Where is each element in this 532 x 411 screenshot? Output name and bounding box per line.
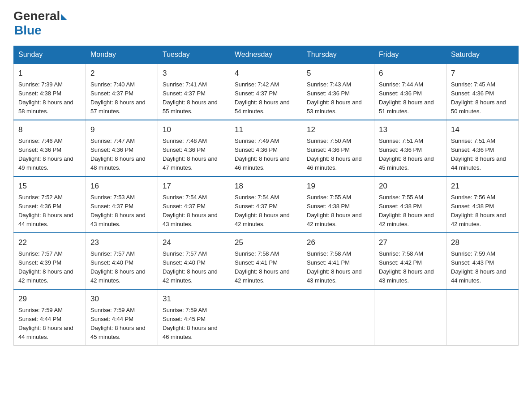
day-info: Sunrise: 7:54 AMSunset: 4:37 PMDaylight:… (235, 194, 290, 227)
day-number: 23 (90, 237, 153, 248)
calendar-body: 1Sunrise: 7:39 AMSunset: 4:38 PMDaylight… (14, 64, 519, 346)
calendar-cell: 29Sunrise: 7:59 AMSunset: 4:44 PMDayligh… (14, 289, 86, 346)
day-info: Sunrise: 7:47 AMSunset: 4:36 PMDaylight:… (90, 137, 146, 171)
day-info: Sunrise: 7:56 AMSunset: 4:38 PMDaylight:… (451, 194, 506, 227)
day-number: 25 (235, 237, 297, 248)
day-number: 20 (379, 180, 442, 192)
calendar-cell (230, 289, 302, 346)
calendar-cell: 10Sunrise: 7:48 AMSunset: 4:36 PMDayligh… (158, 120, 230, 176)
day-number: 21 (451, 180, 514, 192)
calendar-cell: 8Sunrise: 7:46 AMSunset: 4:36 PMDaylight… (14, 120, 86, 176)
day-number: 18 (235, 180, 297, 192)
calendar-cell: 7Sunrise: 7:45 AMSunset: 4:36 PMDaylight… (446, 64, 519, 120)
logo-arrow-icon (61, 14, 67, 20)
day-number: 3 (163, 68, 225, 79)
header-monday: Monday (86, 46, 158, 64)
day-info: Sunrise: 7:55 AMSunset: 4:38 PMDaylight:… (307, 194, 362, 227)
header-friday: Friday (374, 46, 446, 64)
day-number: 28 (451, 237, 514, 248)
calendar-cell: 4Sunrise: 7:42 AMSunset: 4:37 PMDaylight… (230, 64, 302, 120)
calendar-cell: 17Sunrise: 7:54 AMSunset: 4:37 PMDayligh… (158, 176, 230, 233)
day-info: Sunrise: 7:51 AMSunset: 4:36 PMDaylight:… (451, 137, 506, 171)
calendar-cell: 19Sunrise: 7:55 AMSunset: 4:38 PMDayligh… (302, 176, 374, 233)
day-info: Sunrise: 7:54 AMSunset: 4:37 PMDaylight:… (163, 194, 218, 227)
calendar-cell: 24Sunrise: 7:57 AMSunset: 4:40 PMDayligh… (158, 233, 230, 289)
calendar-cell (446, 289, 519, 346)
calendar-cell (302, 289, 374, 346)
day-number: 24 (163, 237, 225, 248)
calendar-cell: 22Sunrise: 7:57 AMSunset: 4:39 PMDayligh… (14, 233, 86, 289)
logo-blue-text: Blue (14, 23, 42, 38)
calendar-cell: 2Sunrise: 7:40 AMSunset: 4:37 PMDaylight… (86, 64, 158, 120)
calendar-cell: 9Sunrise: 7:47 AMSunset: 4:36 PMDaylight… (86, 120, 158, 176)
calendar-header-row: SundayMondayTuesdayWednesdayThursdayFrid… (14, 46, 519, 64)
day-info: Sunrise: 7:58 AMSunset: 4:41 PMDaylight:… (307, 250, 362, 284)
calendar-cell: 14Sunrise: 7:51 AMSunset: 4:36 PMDayligh… (446, 120, 519, 176)
calendar-cell: 5Sunrise: 7:43 AMSunset: 4:36 PMDaylight… (302, 64, 374, 120)
day-info: Sunrise: 7:58 AMSunset: 4:41 PMDaylight:… (235, 250, 290, 284)
day-info: Sunrise: 7:59 AMSunset: 4:44 PMDaylight:… (90, 307, 146, 340)
header-wednesday: Wednesday (230, 46, 302, 64)
day-info: Sunrise: 7:55 AMSunset: 4:38 PMDaylight:… (379, 194, 434, 227)
day-number: 26 (307, 237, 369, 248)
day-number: 8 (18, 124, 81, 136)
day-number: 11 (235, 124, 297, 136)
calendar-cell: 23Sunrise: 7:57 AMSunset: 4:40 PMDayligh… (86, 233, 158, 289)
day-info: Sunrise: 7:59 AMSunset: 4:43 PMDaylight:… (451, 250, 506, 284)
calendar-cell: 31Sunrise: 7:59 AMSunset: 4:45 PMDayligh… (158, 289, 230, 346)
page-header: General Blue (13, 9, 519, 38)
day-number: 5 (307, 68, 369, 79)
day-number: 17 (163, 180, 225, 192)
day-number: 15 (18, 180, 81, 192)
day-info: Sunrise: 7:40 AMSunset: 4:37 PMDaylight:… (90, 81, 146, 115)
header-sunday: Sunday (14, 46, 86, 64)
calendar-cell: 3Sunrise: 7:41 AMSunset: 4:37 PMDaylight… (158, 64, 230, 120)
calendar-cell (374, 289, 446, 346)
day-number: 19 (307, 180, 369, 192)
calendar-cell: 21Sunrise: 7:56 AMSunset: 4:38 PMDayligh… (446, 176, 519, 233)
day-info: Sunrise: 7:45 AMSunset: 4:36 PMDaylight:… (451, 81, 506, 115)
header-thursday: Thursday (302, 46, 374, 64)
day-info: Sunrise: 7:51 AMSunset: 4:36 PMDaylight:… (379, 137, 434, 171)
day-number: 31 (163, 293, 225, 305)
day-number: 4 (235, 68, 297, 79)
day-number: 10 (163, 124, 225, 136)
day-number: 22 (18, 237, 81, 248)
calendar-cell: 15Sunrise: 7:52 AMSunset: 4:36 PMDayligh… (14, 176, 86, 233)
day-number: 6 (379, 68, 442, 79)
day-number: 7 (451, 68, 514, 79)
day-number: 9 (90, 124, 153, 136)
calendar-cell: 1Sunrise: 7:39 AMSunset: 4:38 PMDaylight… (14, 64, 86, 120)
calendar-cell: 13Sunrise: 7:51 AMSunset: 4:36 PMDayligh… (374, 120, 446, 176)
calendar-week-row: 8Sunrise: 7:46 AMSunset: 4:36 PMDaylight… (14, 120, 519, 176)
calendar-cell: 28Sunrise: 7:59 AMSunset: 4:43 PMDayligh… (446, 233, 519, 289)
calendar-cell: 20Sunrise: 7:55 AMSunset: 4:38 PMDayligh… (374, 176, 446, 233)
day-info: Sunrise: 7:59 AMSunset: 4:45 PMDaylight:… (163, 307, 218, 340)
day-info: Sunrise: 7:53 AMSunset: 4:37 PMDaylight:… (90, 194, 146, 227)
calendar-cell: 16Sunrise: 7:53 AMSunset: 4:37 PMDayligh… (86, 176, 158, 233)
calendar-cell: 11Sunrise: 7:49 AMSunset: 4:36 PMDayligh… (230, 120, 302, 176)
day-info: Sunrise: 7:57 AMSunset: 4:39 PMDaylight:… (18, 250, 73, 284)
day-number: 1 (18, 68, 81, 79)
day-info: Sunrise: 7:59 AMSunset: 4:44 PMDaylight:… (18, 307, 73, 340)
calendar-cell: 18Sunrise: 7:54 AMSunset: 4:37 PMDayligh… (230, 176, 302, 233)
day-number: 30 (90, 293, 153, 305)
day-info: Sunrise: 7:44 AMSunset: 4:36 PMDaylight:… (379, 81, 434, 115)
calendar-week-row: 1Sunrise: 7:39 AMSunset: 4:38 PMDaylight… (14, 64, 519, 120)
calendar-cell: 25Sunrise: 7:58 AMSunset: 4:41 PMDayligh… (230, 233, 302, 289)
day-info: Sunrise: 7:46 AMSunset: 4:36 PMDaylight:… (18, 137, 73, 171)
day-info: Sunrise: 7:57 AMSunset: 4:40 PMDaylight:… (90, 250, 146, 284)
calendar-cell: 26Sunrise: 7:58 AMSunset: 4:41 PMDayligh… (302, 233, 374, 289)
calendar-week-row: 15Sunrise: 7:52 AMSunset: 4:36 PMDayligh… (14, 176, 519, 233)
day-info: Sunrise: 7:42 AMSunset: 4:37 PMDaylight:… (235, 81, 290, 115)
day-info: Sunrise: 7:58 AMSunset: 4:42 PMDaylight:… (379, 250, 434, 284)
calendar-week-row: 29Sunrise: 7:59 AMSunset: 4:44 PMDayligh… (14, 289, 519, 346)
header-tuesday: Tuesday (158, 46, 230, 64)
calendar-cell: 27Sunrise: 7:58 AMSunset: 4:42 PMDayligh… (374, 233, 446, 289)
day-number: 14 (451, 124, 514, 136)
day-info: Sunrise: 7:43 AMSunset: 4:36 PMDaylight:… (307, 81, 362, 115)
day-info: Sunrise: 7:50 AMSunset: 4:36 PMDaylight:… (307, 137, 362, 171)
calendar-cell: 30Sunrise: 7:59 AMSunset: 4:44 PMDayligh… (86, 289, 158, 346)
day-number: 2 (90, 68, 153, 79)
calendar-table: SundayMondayTuesdayWednesdayThursdayFrid… (13, 46, 519, 346)
